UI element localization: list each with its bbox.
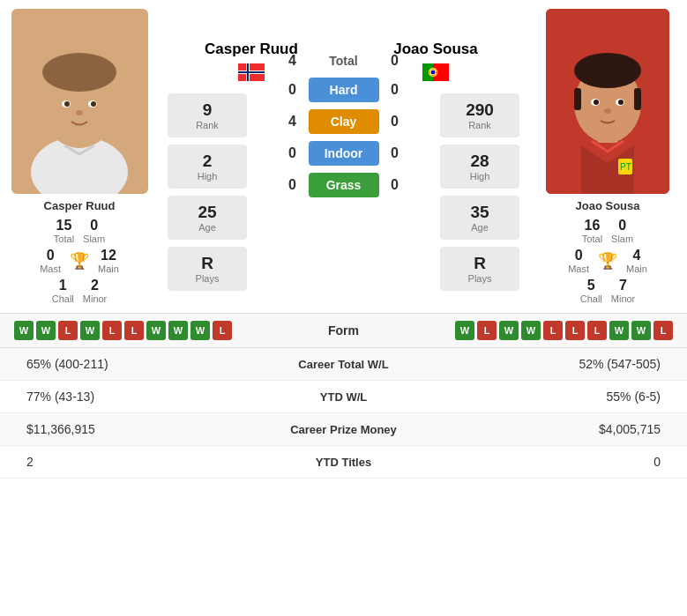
left-player-column: Casper Ruud 15 Total 0 Slam 0 Mast 🏆	[0, 9, 159, 304]
right-mast-stat: 0 Mast	[568, 248, 589, 274]
left-form-badge-8: W	[190, 321, 210, 340]
right-form-badge-8: W	[631, 321, 651, 340]
left-form-badge-6: W	[146, 321, 166, 340]
right-stats-panel: Joao Sousa 290 Rank 28 High	[431, 41, 528, 294]
right-plays-box: R Plays	[440, 247, 519, 291]
svg-point-30	[594, 100, 599, 105]
right-form-badge-9: L	[653, 321, 673, 340]
stats-row-3: 2 YTD Titles 0	[0, 446, 687, 479]
right-age-box: 35 Age	[440, 196, 519, 240]
hard-badge: Hard	[309, 78, 379, 102]
right-minor-stat: 7 Minor	[611, 278, 636, 304]
svg-point-19	[431, 71, 436, 75]
hard-row: 0 Hard 0	[284, 78, 404, 102]
left-stats-panel: Casper Ruud 9 Rank 2 High 25	[159, 41, 256, 294]
left-player-stats-name: Casper Ruud	[44, 199, 116, 212]
svg-point-25	[574, 53, 641, 88]
stats-left-val-2: $11,366,915	[0, 413, 212, 446]
svg-point-31	[618, 100, 624, 105]
left-indoor-score: 0	[284, 145, 302, 161]
grass-badge: Grass	[309, 173, 379, 197]
clay-row: 4 Clay 0	[284, 109, 404, 134]
left-plays-box: R Plays	[168, 247, 247, 291]
left-player-photo	[11, 9, 148, 194]
right-form-badge-6: L	[587, 321, 607, 340]
left-form-badge-5: L	[124, 321, 144, 340]
top-section: Casper Ruud 15 Total 0 Slam 0 Mast 🏆	[0, 0, 687, 313]
right-grass-score: 0	[386, 177, 404, 193]
stats-center-label-3: YTD Titles	[212, 446, 475, 479]
left-high-box: 2 High	[168, 145, 247, 189]
right-form-badge-3: W	[521, 321, 541, 340]
right-form-badge-4: L	[543, 321, 563, 340]
svg-text:PT: PT	[620, 162, 631, 172]
right-form-badge-1: L	[477, 321, 497, 340]
svg-rect-14	[238, 71, 265, 73]
left-mast-stat: 0 Mast	[40, 248, 61, 274]
main-container: Casper Ruud 15 Total 0 Slam 0 Mast 🏆	[0, 0, 687, 479]
left-player-name: Casper Ruud	[163, 41, 340, 58]
right-form-badge-5: L	[565, 321, 585, 340]
svg-point-8	[91, 101, 96, 107]
left-form-badge-4: L	[102, 321, 122, 340]
stats-center-label-2: Career Prize Money	[212, 413, 475, 446]
right-player-name: Joao Sousa	[347, 41, 524, 58]
left-main-stat: 12 Main	[98, 248, 119, 274]
right-high-box: 28 High	[440, 145, 519, 189]
left-form-badge-7: W	[168, 321, 188, 340]
left-rank-box: 9 Rank	[168, 93, 247, 137]
stats-left-val-3: 2	[0, 446, 212, 479]
right-player-photo: PT	[546, 9, 669, 194]
svg-rect-27	[634, 88, 641, 110]
svg-point-32	[604, 108, 611, 114]
left-clay-score: 4	[284, 114, 302, 130]
right-player-stats-name: Joao Sousa	[576, 199, 640, 212]
middle-surface-panel: 4 Total 0 0 Hard 0 4 Clay 0 0 Indoor	[256, 53, 431, 197]
right-form-badge-7: W	[609, 321, 629, 340]
stats-right-val-0: 52% (547-505)	[475, 348, 687, 381]
indoor-badge: Indoor	[309, 141, 379, 166]
left-form-badges: WWLWLLWWWL	[14, 321, 309, 340]
left-trophy-icon: 🏆	[70, 251, 89, 271]
form-section: WWLWLLWWWL Form WLWWLLLWWL	[0, 313, 687, 348]
indoor-row: 0 Indoor 0	[284, 141, 404, 166]
right-total-stat: 16 Total	[582, 218, 602, 244]
right-clay-score: 0	[386, 114, 404, 130]
left-grass-score: 0	[284, 177, 302, 193]
stats-right-val-3: 0	[475, 446, 687, 479]
right-main-stat: 4 Main	[626, 248, 647, 274]
svg-point-7	[64, 101, 70, 107]
stats-left-val-1: 77% (43-13)	[0, 381, 212, 413]
clay-badge: Clay	[309, 109, 379, 134]
right-form-badge-0: W	[455, 321, 474, 340]
right-rank-box: 290 Rank	[440, 93, 519, 137]
left-minor-stat: 2 Minor	[83, 278, 108, 304]
left-form-badge-0: W	[14, 321, 34, 340]
svg-rect-26	[574, 88, 581, 110]
left-hard-score: 0	[284, 82, 302, 98]
right-slam-stat: 0 Slam	[611, 218, 633, 244]
stats-row-2: $11,366,915 Career Prize Money $4,005,71…	[0, 413, 687, 446]
svg-point-4	[42, 53, 116, 92]
stats-right-val-2: $4,005,715	[475, 413, 687, 446]
left-chall-stat: 1 Chall	[52, 278, 74, 304]
left-total-stat: 15 Total	[54, 218, 74, 244]
grass-row: 0 Grass 0	[284, 173, 404, 197]
left-slam-stat: 0 Slam	[83, 218, 105, 244]
left-form-badge-3: W	[80, 321, 100, 340]
right-hard-score: 0	[386, 82, 404, 98]
stats-row-1: 77% (43-13) YTD W/L 55% (6-5)	[0, 381, 687, 413]
left-form-badge-2: L	[58, 321, 78, 340]
right-form-badges: WLWWLLLWWL	[379, 321, 674, 340]
right-flag	[422, 63, 449, 81]
right-indoor-score: 0	[386, 145, 404, 161]
right-player-column: PT Joao Sousa 16 Total 0 Slam 0 Mast	[528, 9, 687, 304]
form-label: Form	[309, 323, 379, 338]
left-flag	[238, 63, 265, 81]
stats-center-label-1: YTD W/L	[212, 381, 475, 413]
stats-left-val-0: 65% (400-211)	[0, 348, 212, 381]
svg-point-9	[76, 110, 83, 115]
right-trophy-icon: 🏆	[598, 251, 617, 271]
stats-table: 65% (400-211) Career Total W/L 52% (547-…	[0, 348, 687, 479]
left-form-badge-9: L	[213, 321, 232, 340]
